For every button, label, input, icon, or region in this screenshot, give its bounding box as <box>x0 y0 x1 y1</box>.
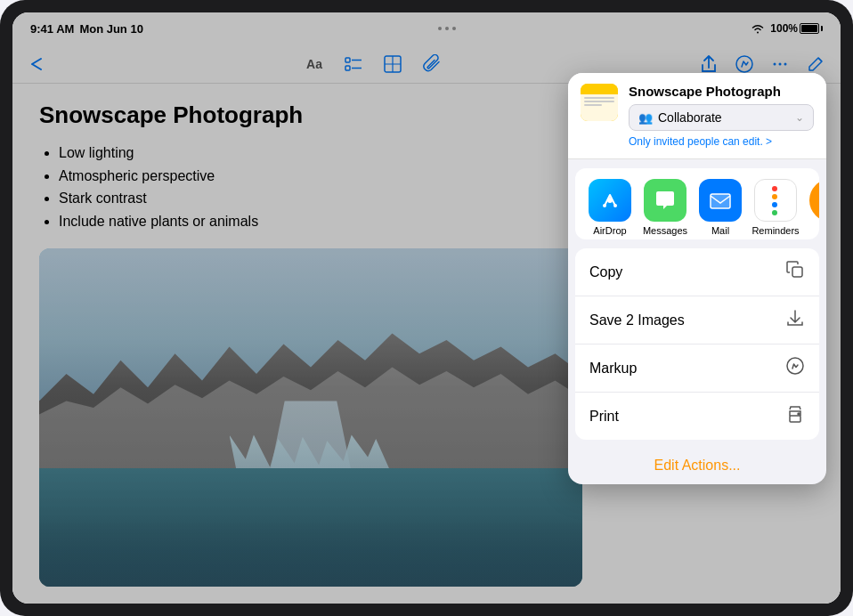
share-app-more[interactable]: Fr... <box>803 179 819 236</box>
permission-text[interactable]: Only invited people can edit. > <box>629 135 814 148</box>
copy-label: Copy <box>589 264 622 280</box>
svg-point-12 <box>603 204 606 207</box>
svg-rect-19 <box>790 416 800 422</box>
more-app-icon <box>809 179 819 222</box>
ipad-frame: 9:41 AM Mon Jun 10 100% <box>0 0 853 616</box>
apps-scroll: AirDrop Messages <box>575 179 819 236</box>
reminders-icon <box>754 179 797 222</box>
share-app-reminders[interactable]: Reminders <box>748 179 803 236</box>
screen: 9:41 AM Mon Jun 10 100% <box>12 12 841 604</box>
save-images-action[interactable]: Save 2 Images <box>575 296 819 344</box>
edit-actions-button[interactable]: Edit Actions... <box>568 447 826 484</box>
share-app-mail[interactable]: Mail <box>693 179 748 236</box>
share-app-airdrop[interactable]: AirDrop <box>582 179 638 236</box>
share-app-messages[interactable]: Messages <box>638 179 693 236</box>
share-apps: AirDrop Messages <box>575 168 819 239</box>
share-header: Snowscape Photograph 👥 Collaborate ⌄ Onl… <box>568 73 826 159</box>
messages-icon <box>644 179 686 222</box>
markup-action-icon <box>785 356 805 380</box>
print-label: Print <box>589 409 619 425</box>
messages-label: Messages <box>643 225 687 236</box>
reminders-label: Reminders <box>751 225 799 236</box>
copy-icon <box>785 260 805 284</box>
markup-action[interactable]: Markup <box>575 344 819 393</box>
svg-rect-17 <box>792 267 802 277</box>
airdrop-label: AirDrop <box>593 225 626 236</box>
svg-point-20 <box>798 413 800 415</box>
mail-icon <box>699 179 742 222</box>
collaborate-icon: 👥 <box>638 111 653 125</box>
save-images-label: Save 2 Images <box>589 312 685 328</box>
airdrop-icon <box>589 179 631 222</box>
markup-label: Markup <box>589 361 637 377</box>
print-action[interactable]: Print <box>575 393 819 440</box>
svg-point-13 <box>613 204 617 207</box>
share-sheet: Snowscape Photograph 👥 Collaborate ⌄ Onl… <box>568 73 826 484</box>
collaborate-button[interactable]: 👥 Collaborate ⌄ <box>629 104 814 131</box>
mail-label: Mail <box>711 225 729 236</box>
print-icon <box>785 404 805 428</box>
share-note-icon <box>581 84 618 121</box>
save-icon <box>785 308 805 332</box>
action-list: Copy Save 2 Images <box>575 248 819 440</box>
svg-rect-14 <box>711 194 730 208</box>
collaborate-label: Collaborate <box>658 110 790 125</box>
copy-action[interactable]: Copy <box>575 248 819 296</box>
share-header-info: Snowscape Photograph 👥 Collaborate ⌄ Onl… <box>629 84 814 148</box>
chevron-down-icon: ⌄ <box>795 111 804 124</box>
share-note-title: Snowscape Photograph <box>629 84 814 99</box>
